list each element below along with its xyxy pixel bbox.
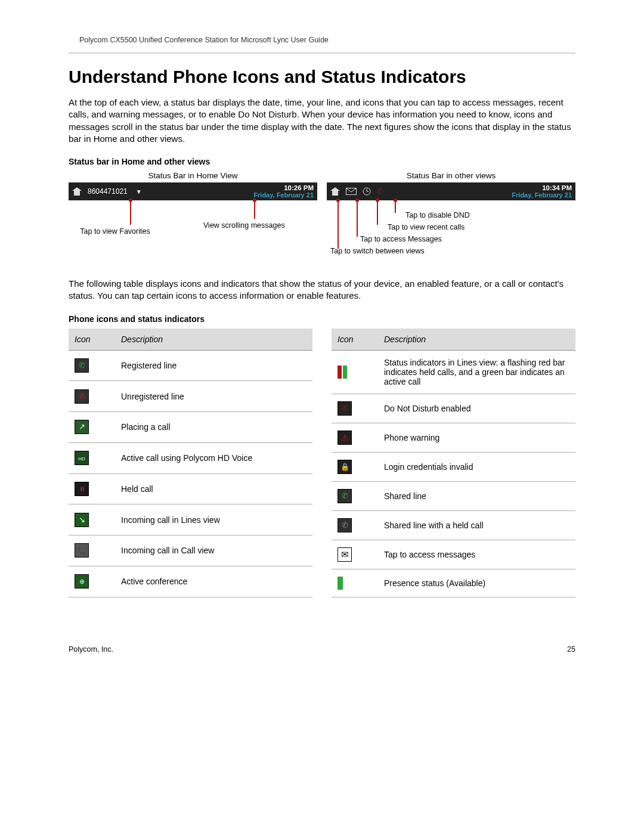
icon-cell	[69, 412, 115, 443]
desc-cell: Placing a call	[115, 412, 312, 443]
desc-cell: Incoming call in Lines view	[115, 504, 312, 535]
dnd-icon	[338, 401, 352, 416]
desc-cell: Shared line with a held call	[378, 510, 575, 540]
table-row: Shared line	[332, 481, 575, 510]
table-row: Registered line	[69, 350, 312, 381]
desc-cell: Status indicators in Lines view: a flash…	[378, 350, 575, 394]
desc-cell: Active conference	[115, 566, 312, 597]
running-header: Polycom CX5500 Unified Conference Statio…	[69, 36, 575, 44]
placing-icon	[75, 420, 89, 434]
desc-cell: Held call	[115, 473, 312, 504]
line-number: 8604471021	[88, 187, 128, 196]
desc-cell: Active call using Polycom HD Voice	[115, 442, 312, 473]
footer-page-number: 25	[567, 645, 575, 654]
other-view-block: Status Bar in other views ✆ 10:34 PM	[327, 171, 575, 267]
chevron-down-icon: ▼	[136, 188, 142, 195]
desc-cell: Do Not Disturb enabled	[378, 394, 575, 423]
icon-cell	[332, 350, 378, 394]
warn-icon	[338, 431, 352, 445]
icon-tables: Icon Description Registered lineUnregist…	[69, 329, 575, 597]
incall-icon	[75, 543, 89, 558]
table-row: Active call using Polycom HD Voice	[69, 442, 312, 473]
table-row: Login credentials invalid	[332, 452, 575, 481]
lock-icon	[338, 460, 352, 474]
held-icon	[75, 482, 89, 496]
icon-cell	[332, 510, 378, 540]
mid-paragraph: The following table displays icons and i…	[69, 278, 575, 302]
status-bars-icon	[338, 366, 347, 379]
table-row: Tap to access messages	[332, 540, 575, 569]
green-phone-icon	[75, 358, 89, 373]
home-callouts: Tap to view Favorites View scrolling mes…	[69, 200, 317, 260]
presence-available-icon	[338, 577, 343, 590]
icon-cell	[69, 504, 115, 535]
page-title: Understand Phone Icons and Status Indica…	[69, 67, 575, 87]
icon-cell	[69, 566, 115, 597]
col-desc: Description	[378, 329, 575, 351]
recent-calls-icon	[363, 187, 371, 196]
icon-cell	[69, 473, 115, 504]
desc-cell: Login credentials invalid	[378, 452, 575, 481]
home-view-label: Status Bar in Home View	[69, 171, 317, 180]
desc-cell: Registered line	[115, 350, 312, 381]
icon-cell	[69, 381, 115, 412]
date-display: Friday, February 21	[512, 191, 572, 199]
icon-cell	[332, 540, 378, 569]
msg-icon	[338, 547, 352, 562]
icon-cell	[332, 394, 378, 423]
desc-cell: Tap to access messages	[378, 540, 575, 569]
desc-cell: Phone warning	[378, 423, 575, 452]
inclines-icon	[75, 513, 89, 527]
table-caption: Phone icons and status indicators	[69, 314, 575, 324]
other-callouts: Tap to disable DND Tap to view recent ca…	[327, 200, 575, 267]
status-bar-home: 8604471021 ▼ 10:26 PM Friday, February 2…	[69, 182, 317, 200]
callout-messages: Tap to access Messages	[360, 235, 442, 243]
col-icon: Icon	[69, 329, 115, 351]
page-footer: Polycom, Inc. 25	[69, 645, 575, 654]
desc-cell: Presence status (Available)	[378, 569, 575, 597]
time-display: 10:34 PM	[512, 184, 572, 192]
icon-cell	[69, 350, 115, 381]
table-row: Incoming call in Call view	[69, 535, 312, 566]
icon-cell	[69, 535, 115, 566]
other-view-label: Status Bar in other views	[327, 171, 575, 180]
figure-caption: Status bar in Home and other views	[69, 157, 575, 166]
table-row: Unregistered line	[69, 381, 312, 412]
document-page: Polycom CX5500 Unified Conference Statio…	[0, 0, 644, 677]
callout-switch: Tap to switch between views	[330, 247, 425, 255]
table-row: Presence status (Available)	[332, 569, 575, 597]
table-row: Incoming call in Lines view	[69, 504, 312, 535]
footer-left: Polycom, Inc.	[69, 645, 113, 654]
icon-cell	[332, 569, 378, 597]
icon-table-right: Icon Description Status indicators in Li…	[332, 329, 575, 597]
icon-table-left: Icon Description Registered lineUnregist…	[69, 329, 312, 597]
sharedheld-icon	[338, 518, 352, 532]
callout-recent: Tap to view recent calls	[388, 223, 465, 231]
header-divider	[69, 52, 575, 54]
col-icon: Icon	[332, 329, 378, 351]
icon-cell	[69, 442, 115, 473]
icon-cell	[332, 452, 378, 481]
red-phone-icon	[75, 389, 89, 404]
status-bar-figure: Status Bar in Home View 8604471021 ▼ 10:…	[69, 171, 575, 267]
status-bar-other: ✆ 10:34 PM Friday, February 21	[327, 182, 575, 200]
conf-icon	[75, 574, 89, 589]
table-row: Shared line with a held call	[332, 510, 575, 540]
messages-icon	[346, 188, 357, 195]
callout-dnd: Tap to disable DND	[405, 211, 470, 219]
callout-favorites: Tap to view Favorites	[79, 227, 151, 236]
home-view-block: Status Bar in Home View 8604471021 ▼ 10:…	[69, 171, 317, 267]
hd-icon	[75, 451, 89, 465]
date-display: Friday, February 21	[253, 191, 314, 199]
intro-paragraph: At the top of each view, a status bar di…	[69, 97, 575, 145]
icon-cell	[332, 423, 378, 452]
desc-cell: Shared line	[378, 481, 575, 510]
table-row: Active conference	[69, 566, 312, 597]
shared-icon	[338, 489, 352, 503]
callout-scrolling: View scrolling messages	[203, 221, 275, 230]
table-row: Status indicators in Lines view: a flash…	[332, 350, 575, 394]
dnd-icon: ✆	[377, 187, 384, 196]
col-desc: Description	[115, 329, 312, 351]
home-icon	[330, 187, 340, 196]
time-display: 10:26 PM	[253, 184, 314, 192]
